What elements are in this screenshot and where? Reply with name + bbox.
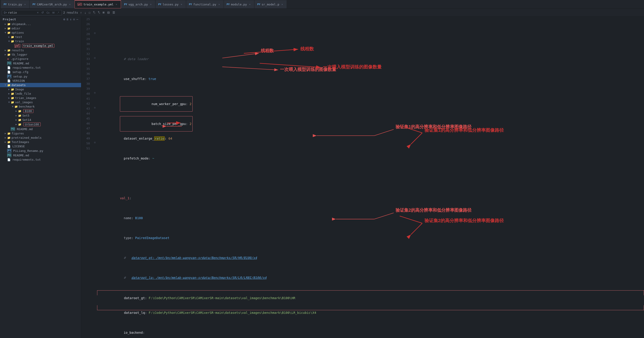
sidebar-item-options[interactable]: ▼ 📁 options [0, 31, 81, 35]
tab-train-example-yml[interactable]: yml train_example.yml × [74, 0, 121, 8]
sidebar-item-setup-cfg[interactable]: 📄 setup.cfg [0, 70, 81, 74]
sort-icon[interactable]: ↕ [70, 18, 72, 21]
folder-icon: 📁 [7, 53, 10, 56]
sidebar-item-figures[interactable]: ▶ 📁 figures [0, 131, 81, 136]
sidebar-item-set5[interactable]: ▶ 📁 Set5 [0, 113, 81, 118]
tab-camixer-arch[interactable]: PY CAMixerSR_arch.py × [30, 0, 74, 8]
search-filter-btn[interactable]: ⊟ [106, 11, 111, 15]
tab-sr-model[interactable]: PY sr_model.p × [254, 0, 286, 8]
file-icon: 📄 [7, 145, 10, 148]
tab-train-py[interactable]: PY train.py × [1, 0, 29, 8]
sidebar-item-requirements-root[interactable]: 📄 requirements.txt [0, 157, 81, 162]
sidebar-item-readme-root[interactable]: MD README.md [0, 153, 81, 157]
fold-icon-50[interactable]: ⊟ [92, 141, 97, 146]
code-line-33: val_1: [97, 191, 644, 196]
chevron-right-icon: ▶ [4, 23, 7, 26]
collapse-icon[interactable]: ≡ [66, 18, 68, 21]
code-line-40: io_backend: [97, 325, 644, 330]
search-toggle-btn[interactable]: □ [88, 11, 91, 15]
folder-icon: 📁 [18, 118, 22, 122]
sidebar-header-icons: ⊕ ≡ ↕ ⚙ — [64, 18, 78, 21]
sidebar-item-urban100[interactable]: ▶ 📁 Urban100 [0, 122, 81, 127]
sidebar-item-readme-md[interactable]: MD README.md [0, 61, 81, 66]
sidebar-item-requirements[interactable]: 📄 requirements.txt [0, 66, 81, 70]
tab-losses[interactable]: PY losses.py × [156, 0, 186, 8]
tab-close-btn[interactable]: × [180, 3, 183, 6]
sidebar-item-setup-py[interactable]: PY setup.py [0, 74, 81, 79]
search-format-btn3[interactable]: ⊞ [102, 11, 106, 15]
sidebar-item-val-images[interactable]: ▼ 📁 val_images [0, 100, 81, 104]
code-container[interactable]: 25 26 27 28 29 30 31 32 33 34 35 36 37 3… [81, 17, 644, 338]
editor-wrapper: 25 26 27 28 29 30 31 32 33 34 35 36 37 3… [81, 17, 644, 338]
tab-vgg-arch[interactable]: PY vgg_arch.py × [122, 0, 155, 8]
tab-close-btn[interactable]: × [24, 3, 27, 6]
fold-icon-43[interactable]: ⊟ [92, 106, 97, 111]
folder-icon: 📁 [7, 136, 10, 139]
tab-close-btn[interactable]: × [218, 3, 221, 6]
sidebar-item-license[interactable]: 📄 LICENSE [0, 144, 81, 148]
folder-icon: 📁 [11, 40, 14, 43]
fold-icon-28[interactable]: ⊟ [92, 32, 97, 37]
sidebar-item-tb-logger[interactable]: ▶ 📁 tb_logger [0, 53, 81, 57]
tab-close-btn[interactable]: × [248, 3, 251, 6]
sidebar-item-label: setup.py [13, 75, 27, 78]
folder-icon: 📁 [11, 88, 14, 91]
search-clear-btn[interactable]: × [36, 11, 40, 15]
add-icon[interactable]: ⊕ [64, 18, 65, 21]
tab-label: losses.py [162, 3, 178, 6]
sidebar-item-results[interactable]: ▶ 📁 results [0, 48, 81, 53]
sidebar-item-label: README.md [13, 62, 29, 65]
tab-label: sr_model.p [262, 3, 279, 6]
search-word-btn[interactable]: W [52, 11, 56, 15]
sidebar-item-image[interactable]: ▶ 📁 Image [0, 87, 81, 92]
folder-icon: 📁 [11, 36, 14, 39]
tab-module[interactable]: PY module.py × [224, 0, 254, 8]
tab-functional[interactable]: PY functional.py × [186, 0, 224, 8]
sidebar-item-set14[interactable]: ▶ 📁 Set14 [0, 118, 81, 122]
sidebar-item-train-example-yml[interactable]: yml train_example.yml [0, 43, 81, 48]
fold-icon-40[interactable]: ⊟ [92, 91, 97, 96]
code-line-37: # dataroot_lq: /mnt/bn/mmlab-wangyan-srd… [97, 270, 644, 275]
sidebar-item-lmdb-file[interactable]: ▶ 📁 lmdb_file [0, 92, 81, 96]
sidebar-item-testimages[interactable]: ▶ 📁 TestImages [0, 140, 81, 144]
folder-icon: 📁 [14, 105, 18, 108]
code-line-35: type: PairedImageDataset [97, 230, 644, 235]
tab-close-btn[interactable]: × [68, 3, 71, 6]
tab-close-btn[interactable]: × [149, 3, 152, 6]
sidebar-item-piliang-rename[interactable]: PY PiLiang_Rename.py [0, 148, 81, 153]
close-sidebar-icon[interactable]: — [76, 18, 78, 21]
main-layout: Project ⊕ ≡ ↕ ⚙ — ▶ 📁 shipmask... ▶ 📁 od… [0, 17, 644, 338]
sidebar-item-odisr[interactable]: ▶ 📁 odisr [0, 26, 81, 31]
settings-icon[interactable]: ⚙ [73, 18, 75, 21]
sidebar-item-label: odisr [12, 27, 20, 30]
txt-icon: 📄 [7, 158, 10, 161]
search-regex-btn[interactable]: .* [56, 11, 60, 15]
sidebar-header: Project ⊕ ≡ ↕ ⚙ — [0, 17, 81, 22]
search-format-btn2[interactable]: TI [97, 11, 101, 15]
sidebar-item-benchmark[interactable]: ▼ 📁 benchmark [0, 104, 81, 109]
search-input[interactable] [8, 11, 35, 14]
search-next-btn[interactable]: ↓ [84, 11, 87, 15]
tab-close-btn[interactable]: × [115, 3, 118, 6]
sidebar-item-test[interactable]: ▶ 📁 test [0, 35, 81, 39]
sidebar-item-version[interactable]: 📄 VERSION [0, 79, 81, 83]
tab-yml-icon: yml [78, 3, 82, 6]
sidebar-item-shipmask[interactable]: ▶ 📁 shipmask... [0, 22, 81, 26]
sidebar-item-datasets[interactable]: ▼ 📁 datasets [0, 83, 81, 87]
search-input-wrapper[interactable]: Q+ × ↺ Cc W .* [2, 10, 62, 15]
sidebar-item-b100[interactable]: ▶ 📁 B100 [0, 109, 81, 113]
fold-icon-33[interactable]: ⊟ [92, 57, 97, 62]
sidebar-item-readme-datasets[interactable]: MD README.md [0, 127, 81, 131]
search-case-btn[interactable]: Cc [46, 11, 50, 15]
sidebar-item-pretrained-models[interactable]: ▶ 📁 pretrained_models [0, 136, 81, 140]
search-refresh-btn[interactable]: ↺ [40, 11, 45, 15]
sidebar-item-train[interactable]: ▼ 📁 train [0, 39, 81, 43]
search-more-btn[interactable]: ☰ [112, 11, 116, 15]
search-prev-btn[interactable]: ↑ [79, 11, 83, 15]
tab-label: functional.py [193, 3, 216, 6]
sidebar-item-gitignore[interactable]: ⚙ .gitignore [0, 57, 81, 61]
tab-close-btn[interactable]: × [281, 3, 284, 6]
search-format-btn1[interactable]: TI [92, 11, 96, 15]
chevron-right-icon: ▶ [4, 49, 7, 52]
sidebar-item-trian-images[interactable]: ▶ 📁 trian_images [0, 96, 81, 100]
